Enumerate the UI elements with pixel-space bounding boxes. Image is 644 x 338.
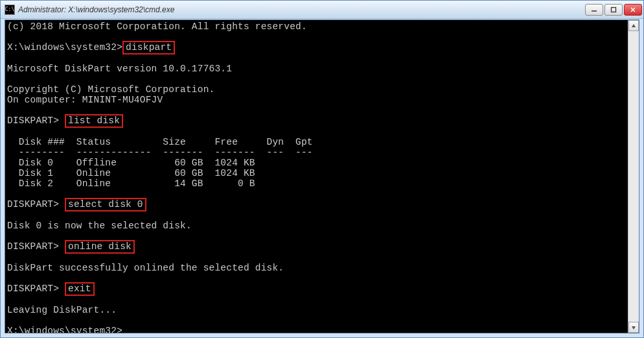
- diskpart-prompt: DISKPART>: [7, 241, 59, 252]
- cmd-icon-label: C:\: [5, 6, 14, 12]
- msg-leaving: Leaving DiskPart...: [7, 305, 117, 315]
- diskpart-prompt: DISKPART>: [7, 115, 59, 126]
- disk-table-header: Disk ### Status Size Free Dyn Gpt: [7, 137, 313, 147]
- cmd-exit-highlight: exit: [65, 282, 95, 296]
- disk-table-divider: -------- ------------- ------- ------- -…: [7, 147, 313, 158]
- table-row: Disk 1 Online 60 GB 1024 KB: [7, 168, 255, 178]
- msg-selected: Disk 0 is now the selected disk.: [7, 221, 192, 231]
- close-button[interactable]: [624, 4, 642, 16]
- window-controls: [585, 4, 642, 16]
- table-row: Disk 2 Online 14 GB 0 B: [7, 178, 255, 189]
- titlebar[interactable]: C:\ Administrator: X:\windows\system32\c…: [1, 1, 643, 19]
- minimize-button[interactable]: [585, 4, 603, 16]
- cmd-icon: C:\: [5, 5, 15, 15]
- diskpart-prompt: DISKPART>: [7, 284, 59, 294]
- console-area: (c) 2018 Microsoft Corporation. All righ…: [5, 19, 639, 333]
- cmd-window: C:\ Administrator: X:\windows\system32\c…: [0, 0, 644, 338]
- diskpart-computer: On computer: MININT-MU4OFJV: [7, 95, 163, 105]
- scrollbar-track[interactable]: [628, 31, 639, 322]
- scroll-up-button[interactable]: [628, 20, 639, 31]
- cmd-selectdisk-highlight: select disk 0: [65, 198, 146, 211]
- cmd-diskpart: diskpart: [126, 42, 172, 53]
- msg-onlined: DiskPart successfully onlined the select…: [7, 263, 284, 273]
- vertical-scrollbar[interactable]: [628, 20, 639, 333]
- svg-marker-5: [632, 326, 636, 330]
- cmd-selectdisk: select disk 0: [68, 199, 143, 210]
- cmd-listdisk-highlight: list disk: [65, 114, 123, 128]
- maximize-button[interactable]: [604, 4, 623, 16]
- table-row: Disk 0 Offline 60 GB 1024 KB: [7, 158, 255, 168]
- diskpart-version: Microsoft DiskPart version 10.0.17763.1: [7, 64, 232, 74]
- cmd-diskpart-highlight: diskpart: [122, 41, 175, 54]
- cmd-listdisk: list disk: [68, 115, 120, 126]
- window-title: Administrator: X:\windows\system32\cmd.e…: [18, 5, 585, 14]
- scroll-down-button[interactable]: [628, 322, 639, 333]
- console-output[interactable]: (c) 2018 Microsoft Corporation. All righ…: [5, 20, 628, 333]
- prompt-path: X:\windows\system32>: [7, 42, 122, 53]
- diskpart-prompt: DISKPART>: [7, 199, 59, 210]
- cmd-onlinedisk-highlight: online disk: [65, 240, 135, 254]
- cmd-onlinedisk: online disk: [68, 241, 132, 252]
- svg-marker-4: [632, 24, 636, 27]
- cmd-exit: exit: [68, 284, 91, 294]
- copyright-line: (c) 2018 Microsoft Corporation. All righ…: [7, 21, 307, 32]
- diskpart-copyright: Copyright (C) Microsoft Corporation.: [7, 84, 214, 95]
- prompt-final: X:\windows\system32>: [7, 326, 122, 333]
- svg-rect-1: [612, 7, 616, 12]
